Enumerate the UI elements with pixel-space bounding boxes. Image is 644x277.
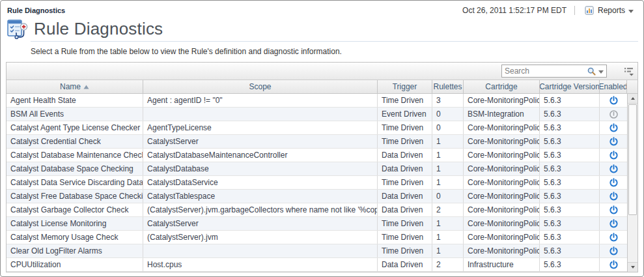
scrollbar-thumb[interactable] [628,104,637,215]
rule-scope-cell: CatalystDatabase [143,162,378,175]
table-customizer-button[interactable] [624,66,634,76]
rule-scope-cell: CatalystDataService [143,176,378,189]
power-icon[interactable] [609,219,619,229]
rule-enabled-cell [600,203,627,216]
power-icon[interactable] [609,164,619,174]
table-row[interactable]: Catalyst Garbage Collector Check (Cataly… [7,203,627,217]
power-icon[interactable] [609,246,619,256]
table-row[interactable]: Catalyst Agent Type License Checker Agen… [7,121,627,135]
rule-enabled-cell [600,217,627,230]
search-box [501,65,607,78]
table-row[interactable]: BSM All Events Event Driven 0 BSM-Integr… [7,108,627,121]
rule-cartridge-version-cell: 5.6.3 [540,121,600,134]
column-header-scope[interactable]: Scope [143,80,378,93]
rule-cartridge-version-cell: 5.6.3 [540,135,600,148]
rule-cartridge-version-cell: 5.6.3 [540,108,600,121]
rule-enabled-cell [600,162,627,175]
rule-cartridge-version-cell: 5.6.3 [540,176,600,189]
power-icon[interactable] [609,151,619,160]
rule-scope-cell: AgentTypeLicense [143,121,378,134]
table-row[interactable]: Catalyst Memory Usage Check (CatalystSer… [7,231,627,244]
table-row[interactable]: Catalyst License Monitoring CatalystServ… [7,217,627,231]
breadcrumb[interactable]: Rule Diagnostics [7,7,65,14]
rule-enabled-cell [600,108,627,121]
column-header-enabled[interactable]: Enabled [600,80,627,93]
rule-cartridge-cell: Infrastructure [464,258,540,271]
rule-scope-cell: CatalystTablespace [143,190,378,203]
column-header-label: Cartridge [485,82,517,91]
divider [574,6,575,15]
rule-cartridge-cell: Core-MonitoringPolicy [464,149,540,162]
rule-name-cell: BSM All Events [7,108,143,121]
column-header-cartridge-version[interactable]: Cartridge Version [540,80,600,93]
rule-name-cell: Catalyst Credential Check [7,135,143,148]
power-icon[interactable] [609,96,619,106]
page-title: Rule Diagnostics [34,19,163,39]
power-icon[interactable] [609,205,619,215]
table-row[interactable]: Catalyst Data Service Discarding Data Ca… [7,176,627,190]
search-dropdown-button[interactable] [584,66,606,76]
scroll-up-button[interactable] [628,94,637,104]
rule-rulettes-cell: 1 [432,149,464,162]
rule-scope-cell: CatalystServer [143,217,378,230]
power-icon[interactable] [609,178,619,188]
rule-trigger-cell: Data Driven [378,190,432,203]
rule-enabled-cell [600,231,627,244]
rule-rulettes-cell: 1 [432,176,464,189]
rule-scope-cell: Host.cpus [143,258,378,271]
reports-button[interactable]: Reports [583,5,636,16]
rule-trigger-cell: Time Driven [378,217,432,230]
scroll-down-button[interactable] [628,262,637,272]
rule-cartridge-version-cell: 5.6.3 [540,217,600,230]
column-header-rulettes[interactable]: Rulettes [432,80,464,93]
rule-name-cell: Catalyst Memory Usage Check [7,231,143,244]
rule-trigger-cell: Event Driven [378,108,432,121]
rule-cartridge-cell: Core-MonitoringPolicy [464,162,540,175]
rule-cartridge-version-cell: 5.6.3 [540,244,600,257]
rule-enabled-cell [600,135,627,148]
rule-cartridge-cell: Core-MonitoringPolicy [464,217,540,230]
rule-rulettes-cell: 0 [432,121,464,134]
power-disabled-icon[interactable] [609,109,619,119]
rule-name-cell: Catalyst Data Service Discarding Data [7,176,143,189]
vertical-scrollbar[interactable] [627,94,637,272]
table-body-wrap: Agent Health State Agent : agentID != "0… [7,94,637,272]
report-chart-icon [585,6,595,15]
table-row[interactable]: Catalyst Database Space Checking Catalys… [7,162,627,176]
table-header-row: Name Scope Trigger Rulettes Cartridge Ca… [7,80,637,94]
table-row[interactable]: Catalyst Database Maintenance Check Cata… [7,149,627,162]
rule-cartridge-cell: Core-MonitoringPolicy [464,176,540,189]
column-header-cartridge[interactable]: Cartridge [464,80,540,93]
table-row[interactable]: Clear Old LogFilter Alarms Time Driven 1… [7,244,627,258]
rule-scope-cell: Agent : agentID != "0" [143,94,378,107]
rule-enabled-cell [600,176,627,189]
column-header-filler [627,80,637,93]
table-row[interactable]: Agent Health State Agent : agentID != "0… [7,94,627,108]
power-icon[interactable] [609,233,619,242]
rule-cartridge-cell: BSM-Integration [464,108,540,121]
title-underline [31,41,638,42]
table-row[interactable]: Catalyst Free Database Space Checking Ca… [7,190,627,203]
column-header-label: Enabled [600,82,627,91]
rule-trigger-cell: Data Driven [378,149,432,162]
triangle-up-icon [631,97,635,100]
power-icon[interactable] [609,192,619,201]
table-row[interactable]: CPUUtilization Host.cpus Data Driven 2 I… [7,258,627,272]
column-header-trigger[interactable]: Trigger [378,80,432,93]
power-icon[interactable] [609,123,619,133]
column-header-name[interactable]: Name [7,80,143,93]
rule-enabled-cell [600,258,627,271]
top-bar-right: Oct 26, 2011 1:52:17 PM EDT Reports [462,5,636,16]
rule-name-cell: Clear Old LogFilter Alarms [7,244,143,257]
scrollbar-track[interactable] [628,104,637,262]
power-icon[interactable] [609,137,619,147]
search-input[interactable] [502,66,584,76]
rule-rulettes-cell: 1 [432,217,464,230]
rule-enabled-cell [600,244,627,257]
column-header-label: Cartridge Version [540,82,600,91]
rule-enabled-cell [600,149,627,162]
power-icon[interactable] [609,260,619,270]
table-row[interactable]: Catalyst Credential Check CatalystServer… [7,135,627,149]
table-body: Agent Health State Agent : agentID != "0… [7,94,627,272]
column-header-label: Rulettes [433,82,462,91]
